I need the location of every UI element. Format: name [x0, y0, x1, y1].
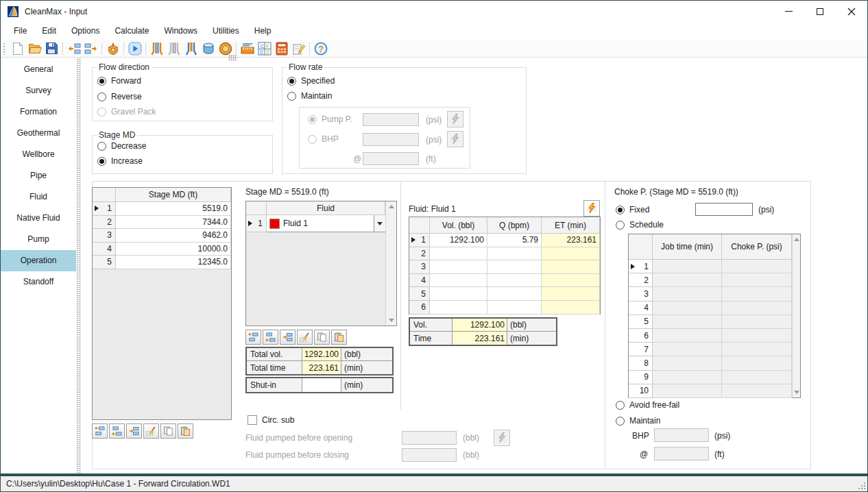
shut-in-unit: (min) [341, 378, 392, 392]
row-header: 5 [93, 256, 116, 269]
casing-button[interactable] [200, 40, 217, 57]
vol-cell[interactable] [430, 287, 487, 301]
q-cell[interactable] [487, 260, 542, 274]
stage-md-cell[interactable]: 5519.0 [116, 202, 231, 216]
unit-converter-button[interactable]: CF [256, 40, 273, 57]
stage-md-cell[interactable]: 10000.0 [116, 243, 231, 256]
fluid-dropdown-button[interactable] [374, 215, 385, 232]
wellbore-button[interactable] [148, 40, 165, 57]
choke-p-cell [722, 315, 792, 329]
radio-schedule[interactable]: Schedule [616, 220, 664, 230]
notes-button[interactable] [290, 40, 307, 57]
close-button[interactable] [836, 1, 867, 22]
fluid-select[interactable]: Fluid 1 [267, 215, 385, 232]
maximize-button[interactable] [804, 1, 836, 22]
q-cell[interactable]: 5.79 [487, 234, 542, 247]
resize-grip[interactable] [857, 481, 866, 490]
menu-options[interactable]: Options [64, 22, 107, 40]
insert-row-button[interactable] [280, 330, 296, 345]
minimize-button[interactable] [773, 1, 804, 22]
choke-table-scrollbar[interactable] [792, 234, 800, 397]
radio-specified[interactable]: Specified [287, 76, 335, 86]
sidebar-item-fluid[interactable]: Fluid [1, 186, 76, 208]
insert-row-button[interactable] [126, 423, 142, 439]
menu-file[interactable]: File [6, 22, 34, 40]
sidebar-item-standoff[interactable]: Standoff [1, 271, 76, 293]
wellbore-icon [151, 42, 163, 56]
vol-cell[interactable] [430, 260, 487, 274]
sidebar-item-general[interactable]: General [1, 59, 76, 80]
pump-button[interactable] [104, 40, 121, 57]
radio-maintain-rate[interactable]: Maintain [287, 91, 332, 101]
calculator-button[interactable] [273, 40, 290, 57]
collapse-tree-button[interactable] [65, 40, 82, 57]
stage-md-cell[interactable]: 7344.0 [116, 216, 231, 230]
add-row-bottom-button[interactable] [109, 423, 125, 439]
sidebar-item-wellbore[interactable]: Wellbore [1, 144, 76, 165]
menu-calculate[interactable]: Calculate [107, 22, 156, 40]
radio-reverse[interactable]: Reverse [97, 92, 142, 101]
radio-maintain-bhp[interactable]: Maintain [616, 416, 660, 426]
menu-windows[interactable]: Windows [156, 22, 205, 40]
et-cell [542, 247, 600, 261]
toolbar-separator [123, 42, 124, 55]
sidebar-splitter[interactable] [76, 58, 81, 473]
save-button[interactable] [43, 40, 60, 57]
sidebar-item-operation[interactable]: Operation [1, 250, 76, 271]
job-time-cell [653, 302, 722, 315]
q-cell[interactable] [487, 287, 542, 301]
volume-button[interactable] [217, 40, 234, 57]
expand-tree-button[interactable] [82, 40, 99, 57]
help-button[interactable]: ? [312, 40, 329, 57]
new-file-button[interactable] [9, 40, 26, 57]
vol-cell[interactable] [430, 274, 487, 288]
shut-in-field[interactable] [302, 378, 341, 392]
menu-utilities[interactable]: Utilities [205, 22, 247, 40]
copy-table-button[interactable] [314, 330, 330, 345]
copy-table-button[interactable] [160, 423, 176, 439]
circ-sub-checkbox[interactable]: Circ. sub [248, 415, 294, 425]
fixed-choke-field[interactable] [695, 203, 753, 216]
q-cell[interactable] [487, 301, 542, 315]
sidebar-item-formation[interactable]: Formation [1, 101, 76, 123]
ruler-button[interactable] [239, 40, 256, 57]
clear-table-button[interactable] [143, 423, 159, 439]
tubing-button[interactable] [182, 40, 200, 57]
vol-cell[interactable] [430, 247, 487, 261]
fluid-table-scrollbar[interactable] [385, 201, 396, 325]
radio-decrease[interactable]: Decrease [97, 141, 146, 151]
svg-text:?: ? [318, 44, 323, 53]
flow-direction-title: Flow direction [97, 62, 152, 72]
radio-dot [287, 77, 296, 86]
radio-fixed[interactable]: Fixed [616, 205, 649, 214]
menu-help[interactable]: Help [247, 22, 279, 40]
vol-cell[interactable]: 1292.100 [430, 234, 487, 247]
paste-table-button[interactable] [331, 330, 347, 345]
menu-edit[interactable]: Edit [34, 22, 64, 40]
add-row-bottom-button[interactable] [263, 330, 278, 345]
stage-md-cell[interactable]: 9462.0 [116, 229, 231, 243]
radio-dot [97, 93, 106, 101]
run-button[interactable] [126, 40, 143, 57]
fluid-schedule-button[interactable] [583, 200, 600, 217]
open-file-button[interactable] [26, 40, 43, 57]
add-row-top-button[interactable] [92, 423, 108, 439]
window-title: CleanMax - Input [25, 7, 87, 16]
stage-md-cell[interactable]: 12345.0 [116, 256, 231, 269]
q-cell[interactable] [487, 274, 542, 288]
sidebar-item-pipe[interactable]: Pipe [1, 165, 76, 186]
radio-avoid-freefail[interactable]: Avoid free-fail [616, 400, 679, 410]
sidebar-item-native-fluid[interactable]: Native Fluid [1, 208, 76, 229]
paste-table-button[interactable] [178, 423, 193, 439]
toolbar-grip[interactable] [3, 42, 5, 55]
q-cell[interactable] [487, 247, 542, 261]
clear-table-button[interactable] [297, 330, 313, 345]
sidebar-item-survey[interactable]: Survey [1, 80, 76, 101]
sidebar-item-geothermal[interactable]: Geothermal [1, 123, 76, 144]
row-header: 3 [629, 287, 653, 301]
radio-forward[interactable]: Forward [97, 76, 141, 86]
sidebar-item-pump[interactable]: Pump [1, 229, 76, 250]
vol-cell[interactable] [430, 301, 487, 315]
radio-increase[interactable]: Increase [97, 156, 143, 166]
add-row-top-button[interactable] [245, 330, 261, 345]
